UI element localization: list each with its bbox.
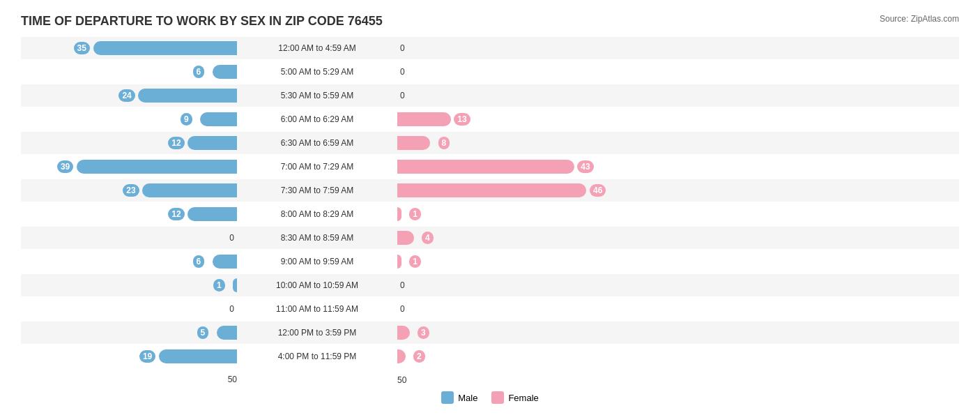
time-label: 7:00 AM to 7:29 AM	[237, 162, 397, 172]
table-row: 110:00 AM to 10:59 AM0	[21, 274, 959, 296]
time-label: 6:30 AM to 6:59 AM	[237, 138, 397, 148]
legend: Male Female	[21, 391, 959, 404]
axis-right-label: 50	[397, 375, 406, 385]
time-label: 12:00 AM to 4:59 AM	[237, 43, 397, 53]
table-row: 128:00 AM to 8:29 AM1	[21, 203, 959, 225]
table-row: 011:00 AM to 11:59 AM0	[21, 298, 959, 320]
time-label: 5:00 AM to 5:29 AM	[237, 67, 397, 77]
axis-row: 50 50	[21, 373, 959, 386]
table-row: 3512:00 AM to 4:59 AM0	[21, 37, 959, 59]
table-row: 194:00 PM to 11:59 PM2	[21, 345, 959, 368]
legend-female-label: Female	[508, 393, 538, 403]
table-row: 237:30 AM to 7:59 AM46	[21, 179, 959, 202]
chart-title: TIME OF DEPARTURE TO WORK BY SEX IN ZIP …	[21, 14, 383, 29]
source-label: Source: ZipAtlas.com	[880, 14, 959, 24]
table-row: 96:00 AM to 6:29 AM13	[21, 108, 959, 130]
chart-container: 3512:00 AM to 4:59 AM065:00 AM to 5:29 A…	[21, 37, 959, 404]
legend-male-label: Male	[458, 393, 477, 403]
table-row: 512:00 PM to 3:59 PM3	[21, 322, 959, 344]
table-row: 69:00 AM to 9:59 AM1	[21, 250, 959, 273]
time-label: 11:00 AM to 11:59 AM	[237, 304, 397, 314]
table-row: 65:00 AM to 5:29 AM0	[21, 61, 959, 83]
time-label: 9:00 AM to 9:59 AM	[237, 257, 397, 266]
axis-left-label: 50	[228, 375, 237, 384]
legend-male: Male	[441, 391, 477, 404]
table-row: 126:30 AM to 6:59 AM8	[21, 132, 959, 154]
time-label: 4:00 PM to 11:59 PM	[237, 352, 397, 361]
time-label: 12:00 PM to 3:59 PM	[237, 328, 397, 338]
time-label: 8:30 AM to 8:59 AM	[237, 233, 397, 243]
legend-female: Female	[491, 391, 538, 404]
legend-male-box	[441, 391, 454, 404]
legend-female-box	[491, 391, 504, 404]
time-label: 8:00 AM to 8:29 AM	[237, 209, 397, 219]
table-row: 245:30 AM to 5:59 AM0	[21, 84, 959, 107]
table-row: 08:30 AM to 8:59 AM4	[21, 227, 959, 249]
time-label: 6:00 AM to 6:29 AM	[237, 114, 397, 124]
time-label: 7:30 AM to 7:59 AM	[237, 186, 397, 195]
table-row: 397:00 AM to 7:29 AM43	[21, 156, 959, 178]
time-label: 5:30 AM to 5:59 AM	[237, 91, 397, 100]
time-label: 10:00 AM to 10:59 AM	[237, 280, 397, 290]
